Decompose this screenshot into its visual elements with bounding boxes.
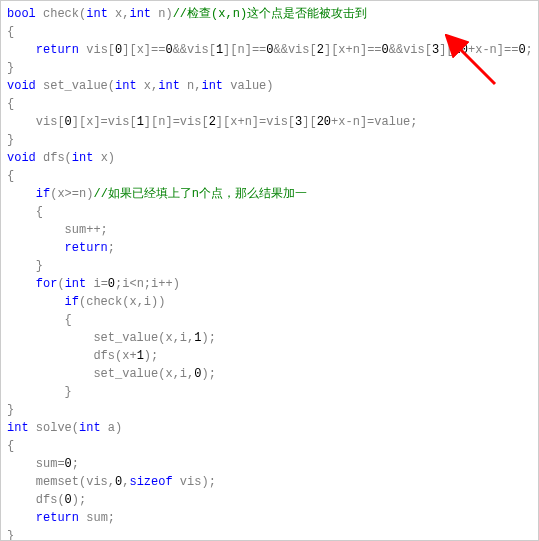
code-block: bool check(int x,int n)//检查(x,n)这个点是否能被攻… bbox=[1, 1, 538, 541]
